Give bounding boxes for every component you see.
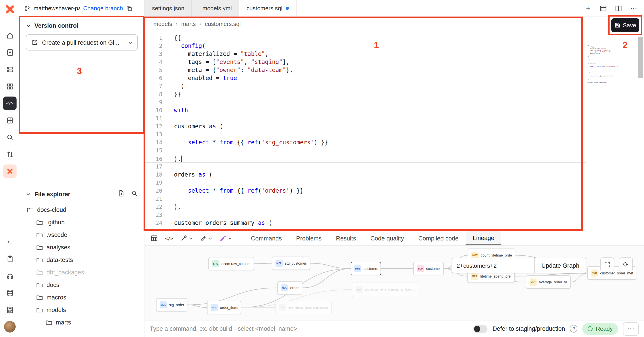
code-line-3[interactable]: 3 materialized = "table",: [144, 50, 586, 58]
new-tab-plus-icon[interactable]: +: [584, 4, 592, 12]
code-line-2[interactable]: 2 config(: [144, 42, 586, 50]
file-tree-item-dbt_packages[interactable]: dbt_packages: [20, 266, 144, 279]
lineage-node-customers_semantic[interactable]: SEMcustomers: [413, 262, 444, 275]
code-line-24[interactable]: 24customer_orders_summary as (: [144, 219, 586, 227]
new-file-icon[interactable]: [118, 190, 125, 198]
breadcrumb-item[interactable]: marts: [181, 20, 196, 27]
code-line-7[interactable]: 7 ): [587, 54, 634, 56]
bottom-tab-compiled-code[interactable]: Compiled code: [411, 231, 466, 245]
code-line-16[interactable]: 16),: [587, 69, 634, 70]
code-line-10[interactable]: 10with: [144, 106, 586, 114]
code-line-10[interactable]: 10with: [587, 59, 634, 61]
scrollbar-thumb[interactable]: [638, 37, 643, 78]
code-line-21[interactable]: 21: [587, 77, 634, 78]
dbt-orange-icon[interactable]: [3, 164, 16, 178]
headset-icon[interactable]: [3, 269, 16, 283]
code-line-20[interactable]: 20 select * from {{ ref('orders') }}: [144, 187, 586, 195]
code-line-23[interactable]: 23: [144, 211, 586, 219]
file-tree-item-docs[interactable]: docs: [20, 279, 144, 291]
breadcrumb-item[interactable]: customers.sql: [205, 20, 240, 27]
more-options-button[interactable]: ⋯: [623, 322, 639, 336]
fullscreen-icon[interactable]: [600, 258, 614, 271]
lineage-node-order_items[interactable]: MDLorder_items: [207, 301, 241, 314]
clipboard-icon[interactable]: [3, 252, 16, 266]
tab-customers.sql[interactable]: customers.sql: [239, 0, 296, 16]
code-line-22[interactable]: 22),: [587, 78, 634, 80]
code-line-14[interactable]: 14 select * from {{ ref('stg_customers')…: [587, 66, 634, 67]
code-line-12[interactable]: 12customers as (: [144, 122, 586, 130]
code-line-11[interactable]: 11: [587, 61, 634, 62]
code-line-19[interactable]: 19: [144, 179, 586, 187]
split-panel-icon[interactable]: [614, 4, 622, 12]
home-icon[interactable]: [3, 29, 16, 42]
user-avatar[interactable]: [4, 321, 16, 333]
code-line-5[interactable]: 5 meta = {"owner": "data-team"},: [144, 66, 586, 74]
code-line-1[interactable]: 1{{: [587, 45, 634, 46]
code-line-19[interactable]: 19: [587, 74, 634, 75]
editor-scrollbar[interactable]: [638, 31, 643, 231]
widgets-icon[interactable]: [3, 113, 16, 127]
bottom-tab-commands[interactable]: Commands: [244, 231, 289, 245]
layout-list-icon[interactable]: [599, 4, 607, 12]
notebook-icon[interactable]: [3, 45, 16, 59]
server-icon[interactable]: [3, 62, 16, 76]
file-tree-item-data-tests[interactable]: data-tests: [20, 253, 144, 266]
code-line-8[interactable]: 8}}: [144, 90, 586, 98]
file-tree-item-docs-cloud[interactable]: docs-cloud: [20, 203, 144, 216]
code-line-2[interactable]: 2 config(: [587, 46, 634, 48]
database-icon[interactable]: [3, 286, 16, 300]
code-line-18[interactable]: 18orders as (: [144, 171, 586, 179]
calculator-icon[interactable]: [3, 303, 16, 317]
code-line-17[interactable]: 17: [144, 163, 586, 171]
file-tree-item-analyses[interactable]: analyses: [20, 241, 144, 253]
lineage-node-test_supply_costs[interactable]: TSTtest_supply_costs_sum_correctly: [276, 301, 332, 314]
code-line-15[interactable]: 15: [144, 147, 586, 155]
lineage-node-orders_model[interactable]: MDLorders: [277, 281, 302, 295]
file-tree-item-models[interactable]: models: [20, 304, 144, 316]
more-icon[interactable]: ⋯: [630, 4, 638, 12]
code-line-16[interactable]: 16),: [144, 155, 586, 163]
code-line-24[interactable]: 24customer_orders_summary as (: [587, 82, 634, 83]
code-line-12[interactable]: 12customers as (: [587, 62, 634, 64]
code-line-13[interactable]: 13: [144, 130, 586, 139]
code-line-20[interactable]: 20 select * from {{ ref('orders') }}: [587, 75, 634, 77]
file-tree-item-.vscode[interactable]: .vscode: [20, 228, 144, 241]
bottom-tab-lineage[interactable]: Lineage: [466, 231, 502, 245]
code-line-1[interactable]: 1{{: [144, 34, 586, 42]
bottom-tab-code-quality[interactable]: Code quality: [363, 231, 411, 245]
lineage-node-stg_orders[interactable]: MDLstg_orders: [156, 298, 188, 312]
lineage-node-test_order_items[interactable]: TSTtest_order_items_compute_to_bools_cor…: [352, 282, 418, 297]
code-line-5[interactable]: 5 meta = {"owner": "data-team"},: [587, 51, 634, 53]
format-tool-group[interactable]: [200, 231, 212, 245]
selector-input[interactable]: 2+customers+2: [452, 258, 534, 273]
version-control-header[interactable]: Version control: [20, 16, 144, 33]
compare-icon[interactable]: [3, 147, 16, 161]
defer-toggle[interactable]: [474, 325, 488, 333]
lineage-graph[interactable]: SRCecom.raw_customersMDLstg_customersMDL…: [144, 246, 644, 320]
lineage-node-customers_model[interactable]: MDLcustomers: [350, 262, 381, 275]
create-pr-main[interactable]: Create a pull request on Gi...: [26, 35, 124, 50]
code-line-23[interactable]: 23: [587, 80, 634, 82]
breadcrumb-item[interactable]: models: [154, 20, 172, 27]
lineage-node-average_order_value[interactable]: METaverage_order_value: [526, 275, 571, 289]
code-line-11[interactable]: 11: [144, 114, 586, 122]
grid-icon[interactable]: [3, 79, 16, 93]
chevron-down-icon[interactable]: [189, 236, 193, 240]
build-tool-group[interactable]: [180, 231, 193, 245]
file-tree-item-macros[interactable]: macros: [20, 291, 144, 304]
code-line-22[interactable]: 22),: [144, 203, 586, 211]
tab-_models.yml[interactable]: _models.yml: [192, 0, 240, 16]
command-input[interactable]: Type a command, ex. dbt build --select <…: [150, 325, 297, 332]
copy-icon[interactable]: [126, 5, 132, 11]
code-line-18[interactable]: 18orders as (: [587, 72, 634, 73]
code-line-17[interactable]: 17: [587, 70, 634, 72]
save-button[interactable]: Save: [611, 18, 639, 32]
code-editor[interactable]: 1{{2 config(3 materialized = "table",4 t…: [144, 31, 644, 231]
terminal-icon[interactable]: >_: [3, 235, 16, 249]
code-line-13[interactable]: 13: [587, 64, 634, 65]
search-icon[interactable]: [131, 190, 138, 198]
create-pr-button[interactable]: Create a pull request on Gi...: [26, 34, 138, 50]
file-tree-item-.github[interactable]: .github: [20, 216, 144, 228]
file-tree-item-marts[interactable]: marts: [20, 316, 144, 329]
refresh-icon[interactable]: ⟳: [619, 258, 633, 271]
